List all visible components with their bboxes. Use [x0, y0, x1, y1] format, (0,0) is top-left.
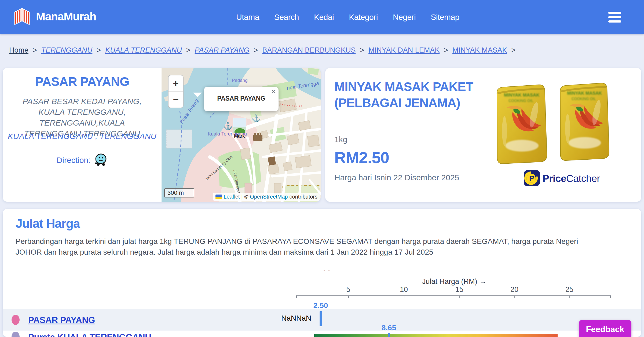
breadcrumb-separator: >: [254, 46, 258, 54]
price-marker-purata: [388, 333, 390, 337]
manamurah-logo-icon: [13, 8, 31, 26]
axis-tick-label: 20: [506, 285, 522, 294]
openstreetmap-link[interactable]: OpenStreetMap: [250, 194, 288, 200]
nav-item-kategori[interactable]: Kategori: [349, 13, 378, 22]
nav-item-search[interactable]: Search: [274, 13, 299, 22]
pricecatcher-logo-icon: P: [523, 169, 540, 188]
axis-tick: [459, 295, 460, 298]
pricecatcher-logo-text: PriceCatcher: [543, 173, 600, 184]
breadcrumb-separator: >: [186, 46, 191, 54]
breadcrumb-minyak-dan-lemak[interactable]: MINYAK DAN LEMAK: [368, 46, 440, 54]
axis-tick-label: 15: [451, 285, 467, 294]
hamburger-menu-icon[interactable]: [608, 12, 621, 23]
store-card: PASAR PAYANG PASAR BESAR KEDAI PAYANG, K…: [3, 68, 321, 202]
axis-tick: [348, 295, 349, 298]
store-info-column: PASAR PAYANG PASAR BESAR KEDAI PAYANG, K…: [3, 68, 162, 202]
zoom-out-button[interactable]: −: [169, 91, 183, 108]
product-price: RM2.50: [334, 148, 389, 167]
badge-bold-text: Price: [543, 173, 566, 184]
breadcrumb-separator: >: [33, 46, 37, 54]
product-title: MINYAK MASAK PAKET (PELBAGAI JENAMA): [334, 79, 493, 111]
leaflet-link[interactable]: Leaflet: [224, 194, 240, 200]
row-value-label: 2.50: [305, 301, 337, 310]
nav-item-negeri[interactable]: Negeri: [393, 13, 416, 22]
leaflet-map[interactable]: ⚓ ⚓ Padang ngai Terengga Kuala Tereng Ku…: [162, 68, 321, 202]
row-value-label: 8.65: [373, 324, 405, 332]
axis-tick-label: 10: [396, 285, 412, 294]
nav-item-kedai[interactable]: Kedai: [314, 13, 334, 22]
price-range-card: Julat Harga Perbandingan harga terkini d…: [3, 209, 641, 337]
region-separator: ,: [95, 132, 97, 141]
svg-text:P: P: [529, 174, 534, 182]
chart-axis-line: [296, 295, 611, 296]
feedback-button[interactable]: Feedback: [579, 320, 631, 337]
axis-tick-label: 5: [340, 285, 356, 294]
product-unit: 1kg: [334, 135, 347, 144]
contributors-label: contributors: [290, 194, 318, 200]
brand-name: ManaMurah: [36, 10, 96, 23]
breadcrumb-separator: >: [360, 46, 364, 54]
map-scale: 300 m: [164, 188, 194, 197]
map-marker-label: Mark: [234, 133, 245, 139]
map-attribution: Leaflet | © OpenStreetMap contributors: [213, 193, 320, 201]
direction-row: Direction:: [3, 153, 162, 167]
breadcrumb-barangan-berbungkus[interactable]: BARANGAN BERBUNGKUS: [262, 46, 356, 54]
map-label-padang: Padang: [232, 78, 248, 83]
state-link[interactable]: TERENGGANU: [100, 132, 156, 141]
map-popup: PASAR PAYANG ×: [204, 87, 279, 111]
axis-end-tick: [296, 295, 297, 298]
badge-regular-text: Catcher: [566, 173, 600, 184]
breadcrumb-separator: >: [511, 46, 516, 54]
row-link-pasar-payang[interactable]: PASAR PAYANG: [28, 315, 95, 325]
nav-item-sitemap[interactable]: Sitemap: [431, 13, 459, 22]
divider-dot: [328, 270, 330, 271]
price-marker-pasar-payang: [320, 311, 322, 326]
row-dot-purata-kuala-terengganu: [12, 332, 20, 337]
direction-label: Direction:: [57, 156, 91, 165]
axis-tick: [404, 295, 404, 298]
breadcrumb-pasar-payang[interactable]: PASAR PAYANG: [195, 46, 249, 54]
axis-tick: [514, 295, 515, 298]
district-link[interactable]: KUALA TERENGGANU: [8, 132, 93, 141]
axis-end-tick: [610, 295, 611, 298]
map-popup-pointer: [193, 93, 202, 97]
product-price-date: Harga hari Isnin 22 Disember 2025: [334, 173, 459, 182]
breadcrumb-minyak-masak[interactable]: MINYAK MASAK: [452, 46, 507, 54]
store-region-links: KUALA TERENGGANU , TERENGGANU: [3, 132, 162, 141]
brand[interactable]: ManaMurah: [13, 8, 96, 26]
breadcrumb-terengganu[interactable]: TERENGGANU: [41, 46, 93, 54]
popup-close-icon[interactable]: ×: [272, 88, 275, 95]
zoom-in-button[interactable]: +: [169, 75, 183, 91]
map-zoom-control: + −: [168, 75, 184, 108]
chart-row-pasar-payang: [3, 309, 641, 331]
top-navigation-bar: ManaMurah Utama Search Kedai Kategori Ne…: [0, 0, 644, 34]
ukraine-flag-icon: [215, 195, 222, 199]
divider-dot: [324, 270, 325, 271]
copyright-symbol: ©: [244, 194, 248, 200]
product-image: MINYAK MASAK COOKING OIL: [494, 83, 620, 179]
row-dot-pasar-payang: [12, 315, 20, 325]
row-link-purata-kuala-terengganu[interactable]: Purata KUALA TERENGGANU: [28, 332, 151, 337]
price-range-gradient-bar: [314, 334, 558, 337]
nav-item-utama[interactable]: Utama: [236, 13, 259, 22]
product-card: MINYAK MASAK PAKET (PELBAGAI JENAMA) 1kg…: [325, 68, 641, 202]
main-nav: Utama Search Kedai Kategori Negeri Sitem…: [236, 0, 459, 34]
chart-top-divider: [47, 271, 596, 271]
pricecatcher-badge: P PriceCatcher: [523, 169, 600, 188]
breadcrumb-kuala-terengganu[interactable]: KUALA TERENGGANU: [105, 46, 182, 54]
store-name: PASAR PAYANG: [3, 74, 162, 89]
axis-tick-label: 25: [561, 285, 577, 294]
breadcrumb: Home > TERENGGANU > KUALA TERENGGANU > P…: [9, 46, 515, 54]
attribution-divider: |: [241, 194, 243, 200]
page: ManaMurah Utama Search Kedai Kategori Ne…: [0, 0, 644, 337]
price-range-description: Perbandingan harga terkini dan julat har…: [16, 236, 606, 258]
breadcrumb-home[interactable]: Home: [9, 46, 28, 54]
axis-tick: [569, 295, 570, 298]
waze-icon[interactable]: [94, 153, 108, 167]
breadcrumb-separator: >: [97, 46, 101, 54]
map-popup-title: PASAR PAYANG: [204, 95, 279, 102]
anchor-icon: ⚓: [252, 113, 261, 122]
map-marker[interactable]: [233, 118, 246, 133]
row-nan-note: NaNNaN: [276, 314, 311, 323]
anchor-icon: ⚓: [223, 122, 233, 130]
